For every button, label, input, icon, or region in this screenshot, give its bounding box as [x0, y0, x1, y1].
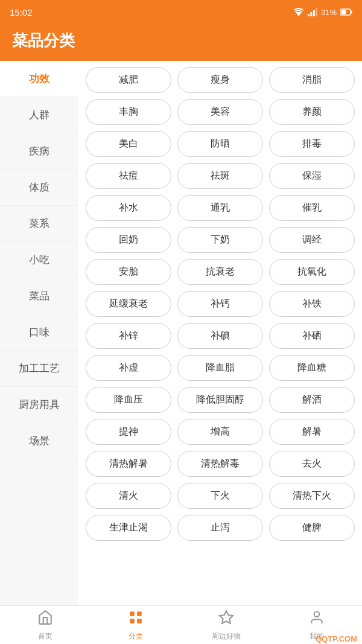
sidebar-item-9[interactable]: 厨房用具	[0, 387, 78, 423]
grid-icon	[128, 610, 144, 629]
tag-button-7-0[interactable]: 延缓衰老	[86, 291, 171, 317]
tag-button-13-1[interactable]: 下火	[177, 483, 263, 509]
tags-row-3: 祛痘祛斑保湿	[86, 163, 355, 189]
time-display: 15:02	[10, 7, 33, 18]
tag-button-13-0[interactable]: 清火	[86, 483, 171, 509]
tag-button-2-1[interactable]: 防晒	[177, 131, 263, 157]
tag-button-9-2[interactable]: 降血糖	[269, 355, 355, 381]
tag-button-6-0[interactable]: 安胎	[86, 259, 171, 285]
sidebar-item-0[interactable]: 功效	[0, 61, 78, 97]
tag-button-8-2[interactable]: 补硒	[269, 323, 355, 349]
tags-row-7: 延缓衰老补钙补铁	[86, 291, 355, 317]
sidebar-item-1[interactable]: 人群	[0, 97, 78, 133]
tag-button-14-0[interactable]: 生津止渴	[86, 515, 171, 541]
tag-button-12-2[interactable]: 去火	[269, 451, 355, 477]
wifi-icon	[293, 8, 304, 16]
tags-row-11: 提神增高解暑	[86, 419, 355, 445]
tag-button-3-1[interactable]: 祛斑	[177, 163, 263, 189]
svg-rect-10	[130, 619, 135, 623]
nav-item-home[interactable]: 首页	[0, 610, 91, 642]
tag-button-6-1[interactable]: 抗衰老	[177, 259, 263, 285]
tag-button-9-0[interactable]: 补虚	[86, 355, 171, 381]
tag-button-2-0[interactable]: 美白	[86, 131, 171, 157]
sidebar-item-2[interactable]: 疾病	[0, 133, 78, 170]
svg-marker-0	[296, 12, 302, 16]
svg-rect-6	[351, 11, 352, 14]
tag-button-2-2[interactable]: 排毒	[269, 131, 355, 157]
tag-button-4-2[interactable]: 催乳	[269, 195, 355, 221]
svg-rect-1	[308, 14, 310, 16]
tags-row-5: 回奶下奶调经	[86, 227, 355, 253]
tag-button-0-0[interactable]: 减肥	[86, 67, 171, 93]
svg-marker-12	[220, 611, 233, 623]
tag-button-14-1[interactable]: 止泻	[177, 515, 263, 541]
tag-button-12-1[interactable]: 清热解毒	[177, 451, 263, 477]
nav-item-grid[interactable]: 分类	[91, 610, 181, 642]
tags-row-8: 补锌补碘补硒	[86, 323, 355, 349]
tag-button-8-0[interactable]: 补锌	[86, 323, 171, 349]
tags-row-4: 补水通乳催乳	[86, 195, 355, 221]
user-icon	[309, 610, 325, 629]
tag-button-3-0[interactable]: 祛痘	[86, 163, 171, 189]
svg-rect-7	[341, 10, 346, 14]
status-icons: 31%	[293, 8, 352, 17]
tags-row-2: 美白防晒排毒	[86, 131, 355, 157]
sidebar-item-10[interactable]: 场景	[0, 423, 78, 459]
sidebar-item-5[interactable]: 小吃	[0, 242, 78, 278]
nav-label-0: 首页	[38, 631, 52, 642]
svg-rect-3	[313, 10, 315, 16]
tags-row-9: 补虚降血脂降血糖	[86, 355, 355, 381]
tag-button-5-0[interactable]: 回奶	[86, 227, 171, 253]
tag-button-10-0[interactable]: 降血压	[86, 387, 171, 413]
nav-item-star[interactable]: 周边好物	[181, 610, 272, 642]
nav-label-2: 周边好物	[212, 631, 241, 642]
tag-button-5-1[interactable]: 下奶	[177, 227, 263, 253]
tag-button-3-2[interactable]: 保湿	[269, 163, 355, 189]
page-title: 菜品分类	[12, 31, 75, 49]
sidebar-item-3[interactable]: 体质	[0, 170, 78, 206]
tag-button-4-0[interactable]: 补水	[86, 195, 171, 221]
tag-button-8-1[interactable]: 补碘	[177, 323, 263, 349]
star-icon	[218, 610, 234, 629]
tag-button-1-1[interactable]: 美容	[177, 99, 263, 125]
battery-text: 31%	[321, 8, 337, 17]
tag-button-6-2[interactable]: 抗氧化	[269, 259, 355, 285]
tag-button-14-2[interactable]: 健脾	[269, 515, 355, 541]
main-content: 功效人群疾病体质菜系小吃菜品口味加工工艺厨房用具场景 减肥瘦身消脂丰胸美容养颜美…	[0, 61, 362, 605]
sidebar-item-8[interactable]: 加工工艺	[0, 351, 78, 387]
sidebar-item-4[interactable]: 菜系	[0, 206, 78, 242]
svg-rect-11	[137, 619, 142, 623]
svg-rect-4	[316, 8, 317, 16]
tag-button-11-0[interactable]: 提神	[86, 419, 171, 445]
tag-button-1-0[interactable]: 丰胸	[86, 99, 171, 125]
tag-button-0-2[interactable]: 消脂	[269, 67, 355, 93]
tag-button-7-2[interactable]: 补铁	[269, 291, 355, 317]
tag-button-1-2[interactable]: 养颜	[269, 99, 355, 125]
tags-area: 减肥瘦身消脂丰胸美容养颜美白防晒排毒祛痘祛斑保湿补水通乳催乳回奶下奶调经安胎抗衰…	[78, 61, 362, 605]
tag-button-0-1[interactable]: 瘦身	[177, 67, 263, 93]
signal-icon	[308, 8, 317, 16]
home-icon	[37, 610, 53, 629]
tag-button-9-1[interactable]: 降血脂	[177, 355, 263, 381]
svg-rect-9	[137, 611, 142, 616]
tag-button-4-1[interactable]: 通乳	[177, 195, 263, 221]
page-header: 菜品分类	[0, 24, 362, 61]
sidebar-item-6[interactable]: 菜品	[0, 278, 78, 314]
tag-button-10-2[interactable]: 解酒	[269, 387, 355, 413]
tag-button-10-1[interactable]: 降低胆固醇	[177, 387, 263, 413]
tags-row-0: 减肥瘦身消脂	[86, 67, 355, 93]
tag-button-12-0[interactable]: 清热解暑	[86, 451, 171, 477]
tag-button-11-2[interactable]: 解暑	[269, 419, 355, 445]
watermark: QQTP.COM	[316, 634, 357, 643]
svg-rect-8	[130, 611, 135, 616]
tags-row-1: 丰胸美容养颜	[86, 99, 355, 125]
tag-button-11-1[interactable]: 增高	[177, 419, 263, 445]
nav-label-1: 分类	[129, 631, 143, 642]
sidebar: 功效人群疾病体质菜系小吃菜品口味加工工艺厨房用具场景	[0, 61, 78, 605]
tag-button-7-1[interactable]: 补钙	[177, 291, 263, 317]
tag-button-13-2[interactable]: 清热下火	[269, 483, 355, 509]
tag-button-5-2[interactable]: 调经	[269, 227, 355, 253]
sidebar-item-7[interactable]: 口味	[0, 314, 78, 351]
tags-row-6: 安胎抗衰老抗氧化	[86, 259, 355, 285]
tags-row-10: 降血压降低胆固醇解酒	[86, 387, 355, 413]
